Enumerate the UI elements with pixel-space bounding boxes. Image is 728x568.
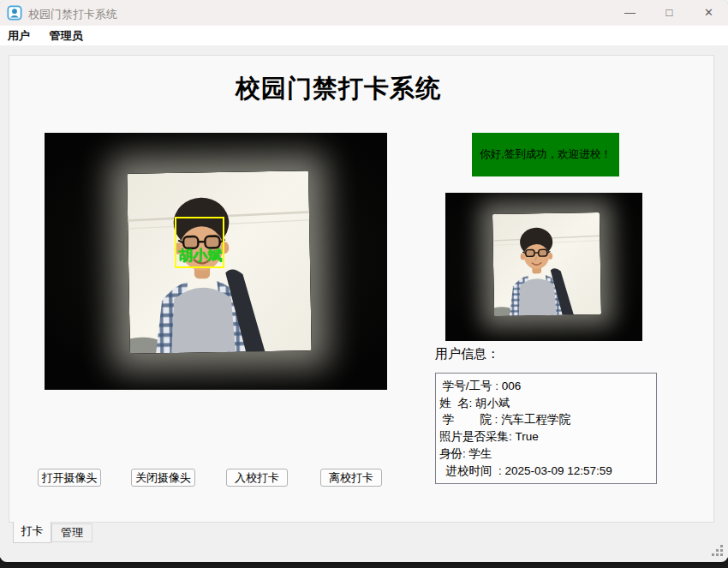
user-info-entry-time: 进校时间 : 2025-03-09 12:57:59 <box>439 463 653 480</box>
screen: 校园门禁打卡系统 — □ ✕ 用户 管理员 校园门禁打卡系统 胡小斌 你好,签到… <box>0 0 728 568</box>
window-title: 校园门禁打卡系统 <box>28 7 117 22</box>
status-banner: 你好,签到成功，欢迎进校！ <box>472 133 619 176</box>
user-info-label: 用户信息： <box>435 346 499 362</box>
titlebar[interactable]: 校园门禁打卡系统 — □ ✕ <box>0 0 728 27</box>
open-camera-button[interactable]: 打开摄像头 <box>38 469 101 487</box>
user-info-identity: 身份: 学生 <box>439 445 653 463</box>
close-button[interactable]: ✕ <box>689 0 728 26</box>
user-info-box: 学号/工号 : 006 姓 名: 胡小斌 学 院 : 汽车工程学院 照片是否采集… <box>435 373 657 484</box>
check-in-button[interactable]: 入校打卡 <box>226 469 288 487</box>
app-window: 校园门禁打卡系统 — □ ✕ 用户 管理员 校园门禁打卡系统 胡小斌 你好,签到… <box>0 0 728 562</box>
captured-photo-view <box>445 193 642 341</box>
menubar: 用户 管理员 <box>0 26 728 45</box>
close-camera-button[interactable]: 关闭摄像头 <box>131 469 195 487</box>
status-message: 你好,签到成功，欢迎进校！ <box>480 147 611 162</box>
user-info-photo-collected: 照片是否采集: True <box>439 428 653 445</box>
resize-grip[interactable] <box>712 545 724 557</box>
captured-photo <box>492 212 601 316</box>
minimize-button[interactable]: — <box>611 0 649 26</box>
menu-admin[interactable]: 管理员 <box>41 26 90 46</box>
menu-user[interactable]: 用户 <box>0 26 38 46</box>
camera-view: 胡小斌 <box>45 133 387 390</box>
tab-manage[interactable]: 管理 <box>51 523 92 542</box>
user-info-name: 姓 名: 胡小斌 <box>439 395 653 412</box>
page-title: 校园门禁打卡系统 <box>0 72 677 106</box>
user-info-college: 学 院 : 汽车工程学院 <box>439 411 653 428</box>
user-info-id: 学号/工号 : 006 <box>439 378 653 395</box>
check-out-button[interactable]: 离校打卡 <box>320 469 382 487</box>
detected-name-label: 胡小斌 <box>161 246 240 266</box>
maximize-button[interactable]: □ <box>650 0 689 26</box>
face-recognition-icon <box>7 5 22 21</box>
tab-checkin[interactable]: 打卡 <box>13 522 51 543</box>
